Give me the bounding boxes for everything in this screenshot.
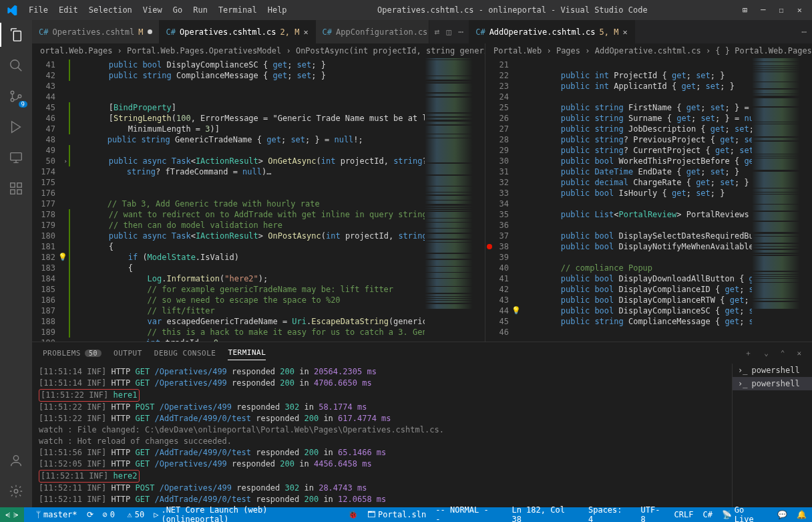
code-line[interactable]: if (ModelState.IsValid) <box>69 252 425 263</box>
terminal-output[interactable]: [11:51:14 INF] HTTP GET /Operatives/499 … <box>32 364 732 507</box>
split-icon[interactable]: ◫ <box>447 27 452 37</box>
tab-AppConfiguration-cs[interactable]: C#AppConfiguration.cs M <box>316 20 429 43</box>
breakpoint-icon[interactable] <box>487 244 492 249</box>
eol-status[interactable]: CRLF <box>674 510 694 519</box>
debug-target-icon[interactable]: 🐞 <box>348 510 358 519</box>
settings-icon[interactable] <box>7 482 25 501</box>
lightbulb-icon[interactable]: 💡 <box>512 305 521 316</box>
problems-status[interactable]: ⊘ 0 ⚠ 50 <box>103 510 145 519</box>
code-line[interactable]: public int ApplicantId { get; set; } <box>522 81 752 92</box>
remote-indicator[interactable]: ⪪⪫ <box>0 507 24 522</box>
minimize-icon[interactable]: ─ <box>761 5 765 15</box>
more-icon[interactable]: ⋯ <box>801 27 807 37</box>
remote-explorer-icon[interactable] <box>7 148 25 167</box>
code-line[interactable]: public decimal ChargeRate { get; set; } <box>522 177 752 188</box>
code-line[interactable]: // Tab 3, Add Generic trade with hourly … <box>69 199 425 209</box>
code-line[interactable]: public List<PortalReview> PortalReviews … <box>522 209 752 220</box>
go-live-status[interactable]: 📡 Go Live <box>722 505 768 522</box>
source-control-icon[interactable]: 9 <box>7 87 25 106</box>
tab-close-icon[interactable]: ✕ <box>622 27 627 37</box>
menu-file[interactable]: File <box>23 5 53 15</box>
code-line[interactable]: string? fTradeCommand = null)… <box>69 166 425 177</box>
code-line[interactable]: { <box>69 241 425 252</box>
feedback-icon[interactable]: 💬 <box>777 510 787 519</box>
code-line[interactable]: public async Task<IActionResult> OnPostA… <box>69 231 425 241</box>
fold-icon[interactable]: › <box>64 156 67 166</box>
code-line[interactable] <box>69 81 425 92</box>
run-debug-icon[interactable] <box>7 118 25 136</box>
debug-launch[interactable]: ▷ .NET Core Launch (web) (onlineportal) <box>154 505 339 522</box>
menu-help[interactable]: Help <box>262 5 292 15</box>
account-icon[interactable] <box>7 451 25 470</box>
code-line[interactable]: [StringLength(100, ErrorMessage = "Gener… <box>69 113 425 124</box>
code-line[interactable]: public string JobDescription { get; set;… <box>522 124 752 134</box>
code-line[interactable]: Log.Information("here2"); <box>69 273 425 284</box>
search-icon[interactable] <box>7 56 25 75</box>
breadcrumb-left[interactable]: ortal.Web.Pages › Portal.Web.Pages.Opera… <box>32 43 485 58</box>
code-line[interactable]: public string Surname { get; set; } = nu… <box>522 113 752 124</box>
code-line[interactable] <box>522 252 752 263</box>
indent-status[interactable]: Spaces: 4 <box>588 505 632 522</box>
code-line[interactable]: public bool DisplayComplianceSC { get; s… <box>69 59 425 70</box>
lightbulb-icon[interactable]: 💡 <box>58 252 67 263</box>
close-icon[interactable]: ✕ <box>797 5 802 15</box>
notifications-icon[interactable]: 🔔 <box>797 510 807 519</box>
code-line[interactable]: { <box>69 263 425 273</box>
compare-icon[interactable]: ⇄ <box>435 27 440 37</box>
maximize-icon[interactable]: ☐ <box>779 5 784 15</box>
code-line[interactable] <box>69 145 425 156</box>
solution-status[interactable]: 🗔 Portal.sln <box>367 510 426 519</box>
code-line[interactable]: public DateTime EndDate { get; set; } <box>522 166 752 177</box>
code-line[interactable]: public string ComplianceMessage { get; s… <box>522 316 752 327</box>
tab-debug-console[interactable]: DEBUG CONSOLE <box>154 349 216 358</box>
code-line[interactable]: public async Task<IActionResult> OnGetAs… <box>69 156 425 166</box>
code-line[interactable]: public string FirstName { get; set; } = … <box>522 102 752 113</box>
tab-terminal[interactable]: TERMINAL <box>228 348 266 360</box>
code-line[interactable]: [BindProperty] <box>69 102 425 113</box>
minimap-right[interactable] <box>752 58 812 342</box>
encoding-status[interactable]: UTF-8 <box>641 505 665 522</box>
tab-Operatives-cshtml-cs[interactable]: C#Operatives.cshtml.cs 2, M ✕ <box>160 20 316 43</box>
minimap-left[interactable] <box>425 58 485 342</box>
code-line[interactable] <box>522 220 752 231</box>
cursor-position[interactable]: Ln 182, Col 38 <box>512 505 579 522</box>
code-line[interactable]: public bool DisplayComplianceRTW { get; … <box>522 295 752 305</box>
terminal-dropdown-icon[interactable]: ⌄ <box>764 349 769 358</box>
menu-go[interactable]: Go <box>168 5 188 15</box>
menu-run[interactable]: Run <box>188 5 213 15</box>
terminal-session[interactable]: ›_ powershell <box>733 377 812 390</box>
code-line[interactable]: // compliance Popup <box>522 263 752 273</box>
code-line[interactable]: // so we need to escape the space to %20 <box>69 295 425 305</box>
close-panel-icon[interactable]: ✕ <box>797 349 801 358</box>
layout-icon[interactable]: ⊞ <box>743 5 747 15</box>
code-line[interactable]: // then can do model validation here <box>69 220 425 231</box>
code-line[interactable]: public string GenericTradeName { get; se… <box>69 134 425 145</box>
sync-icon[interactable]: ⟳ <box>87 510 93 519</box>
code-line[interactable]: // for example genericTradeName may be: … <box>69 284 425 295</box>
terminal-session[interactable]: ›_ powershell <box>733 364 812 377</box>
code-line[interactable]: public bool DisplayComplianceSC { get; s… <box>522 305 752 316</box>
code-line[interactable]: // this is a hack to make it easy for us… <box>69 327 425 338</box>
code-line[interactable]: public bool WorkedThisProjectBefore { ge… <box>522 156 752 166</box>
language-mode[interactable]: C# <box>702 510 712 519</box>
menu-edit[interactable]: Edit <box>53 5 83 15</box>
code-line[interactable] <box>69 177 425 188</box>
code-line[interactable]: public string? CurrentProject { get; set… <box>522 145 752 156</box>
code-line[interactable] <box>522 199 752 209</box>
code-line[interactable]: MinimumLength = 3)] <box>69 124 425 134</box>
tab-problems[interactable]: PROBLEMS50 <box>43 349 102 358</box>
more-icon[interactable]: ⋯ <box>458 27 463 37</box>
menu-terminal[interactable]: Terminal <box>213 5 262 15</box>
code-line[interactable]: public bool DisplayComplianceID { get; s… <box>522 284 752 295</box>
explorer-icon[interactable] <box>7 25 25 44</box>
code-line[interactable] <box>522 59 752 70</box>
tab-AddOperative-cshtml-cs[interactable]: C#AddOperative.cshtml.cs 5, M ✕ <box>469 20 635 43</box>
code-line[interactable] <box>69 92 425 102</box>
code-line[interactable] <box>522 92 752 102</box>
code-line[interactable]: // lift/fitter <box>69 305 425 316</box>
code-line[interactable]: public int ProjectId { get; set; } <box>522 70 752 81</box>
code-line[interactable]: public string ComplianceMessage { get; s… <box>69 70 425 81</box>
extensions-icon[interactable] <box>7 179 25 198</box>
menu-selection[interactable]: Selection <box>83 5 138 15</box>
new-terminal-icon[interactable]: ＋ <box>745 348 752 358</box>
